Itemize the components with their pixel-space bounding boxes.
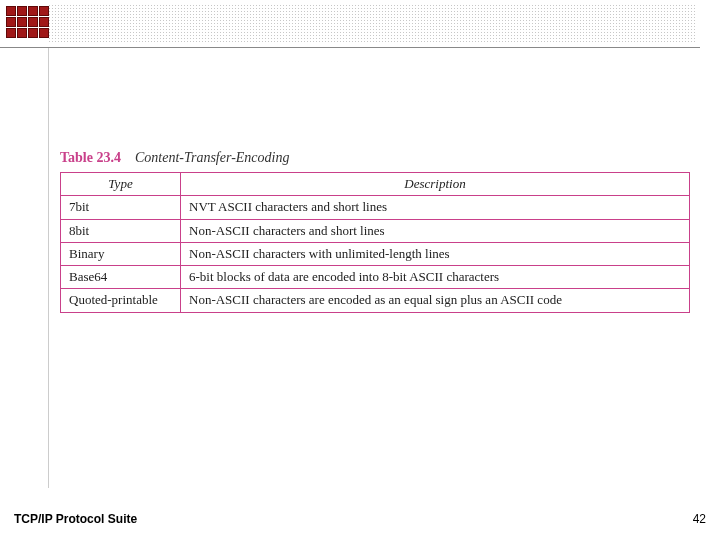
caption-title: Content-Transfer-Encoding [135,150,290,165]
col-header-type: Type [61,173,181,196]
table-row: Base64 6-bit blocks of data are encoded … [61,266,690,289]
header-bar [0,0,700,48]
table-header-row: Type Description [61,173,690,196]
encoding-table: Type Description 7bit NVT ASCII characte… [60,172,690,313]
page-number: 42 [693,512,706,526]
table-row: 7bit NVT ASCII characters and short line… [61,196,690,219]
cell-type: Base64 [61,266,181,289]
caption-label: Table 23.4 [60,150,121,165]
table-row: Quoted-printable Non-ASCII characters ar… [61,289,690,312]
footer-title: TCP/IP Protocol Suite [14,512,137,526]
slide-footer: TCP/IP Protocol Suite 42 [14,512,706,526]
col-header-description: Description [181,173,690,196]
cell-desc: 6-bit blocks of data are encoded into 8-… [181,266,690,289]
cell-desc: NVT ASCII characters and short lines [181,196,690,219]
cell-type: 7bit [61,196,181,219]
cell-type: Quoted-printable [61,289,181,312]
vertical-divider [48,48,49,488]
header-dot-pattern [48,4,696,44]
cell-desc: Non-ASCII characters with unlimited-leng… [181,242,690,265]
cell-type: Binary [61,242,181,265]
slide-content: Table 23.4 Content-Transfer-Encoding Typ… [60,150,698,313]
cell-desc: Non-ASCII characters and short lines [181,219,690,242]
table-row: Binary Non-ASCII characters with unlimit… [61,242,690,265]
logo-grid-icon [6,6,49,38]
cell-desc: Non-ASCII characters are encoded as an e… [181,289,690,312]
table-row: 8bit Non-ASCII characters and short line… [61,219,690,242]
table-caption: Table 23.4 Content-Transfer-Encoding [60,150,698,166]
cell-type: 8bit [61,219,181,242]
